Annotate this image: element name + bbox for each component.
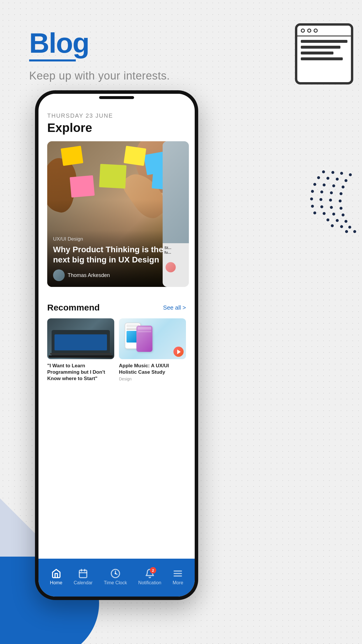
svg-point-0 — [349, 173, 352, 176]
recommend-card-image-1 — [47, 318, 114, 359]
notification-icon: 2 — [145, 568, 155, 579]
nav-item-home[interactable]: Home — [50, 568, 62, 585]
page-header: Blog Keep up with your interests. — [29, 29, 170, 82]
nav-item-notification[interactable]: 2 Notification — [138, 568, 161, 585]
nav-item-time-clock[interactable]: Time Clock — [104, 568, 127, 585]
featured-card-title: Why Product Thinking is the next big thi… — [53, 244, 180, 265]
svg-point-18 — [340, 225, 343, 228]
recommend-card-category-2: Design — [119, 377, 186, 381]
nav-label-more: More — [173, 580, 183, 585]
recommend-section: Recommend See all > "I Want to Learn Pro… — [47, 303, 186, 382]
see-all-link[interactable]: See all > — [163, 304, 186, 311]
browser-app-icon — [295, 23, 353, 84]
nav-item-more[interactable]: More — [173, 568, 183, 585]
calendar-icon — [78, 568, 88, 579]
svg-point-34 — [311, 205, 314, 208]
svg-point-19 — [345, 230, 348, 233]
svg-point-15 — [330, 206, 333, 209]
nav-label-home: Home — [50, 580, 62, 585]
author-avatar — [53, 269, 65, 281]
phone-mockup: THURSDAY 23 JUNE Explore — [35, 90, 198, 600]
second-card-avatar — [166, 262, 176, 272]
svg-point-32 — [311, 190, 314, 193]
svg-point-24 — [319, 198, 322, 201]
nav-label-calendar: Calendar — [74, 580, 93, 585]
recommend-title: Recommend — [47, 303, 100, 313]
recommend-card-image-2 — [119, 318, 186, 359]
recommend-card-title-2: Apple Music: A UX/UI Holistic Case Study — [119, 363, 186, 375]
svg-point-33 — [310, 197, 313, 200]
featured-card-footer: Thomas Arkesden 22 — [53, 269, 180, 281]
svg-point-25 — [320, 205, 323, 208]
svg-point-26 — [323, 212, 326, 215]
page-subtitle: Keep up with your interests. — [29, 70, 170, 82]
svg-point-3 — [340, 192, 342, 195]
svg-point-5 — [340, 207, 342, 210]
bg-dots-decoration — [292, 160, 356, 277]
title-underline — [29, 59, 76, 61]
author-name: Thomas Arkesden — [68, 272, 110, 278]
nav-item-calendar[interactable]: Calendar — [74, 568, 93, 585]
svg-point-28 — [331, 224, 334, 227]
screen-date: THURSDAY 23 JUNE — [47, 112, 186, 119]
second-card-title: St...fu... — [164, 246, 187, 255]
second-card-preview[interactable]: St...fu... — [163, 141, 189, 287]
screen-content: THURSDAY 23 JUNE Explore — [38, 105, 195, 559]
recommend-card-title-1: "I Want to Learn Programming but I Don't… — [47, 363, 114, 382]
svg-point-11 — [336, 178, 339, 181]
nav-label-time-clock: Time Clock — [104, 580, 127, 585]
svg-point-12 — [332, 184, 335, 187]
svg-point-30 — [317, 176, 320, 179]
nav-label-notification: Notification — [138, 580, 161, 585]
featured-card-category: UX/UI Design — [53, 236, 180, 242]
notch-bar — [99, 96, 134, 99]
bottom-nav: Home Calendar — [38, 559, 195, 597]
svg-point-29 — [322, 170, 325, 173]
svg-point-31 — [313, 183, 316, 186]
svg-point-10 — [340, 172, 343, 175]
svg-point-21 — [326, 177, 329, 180]
recommend-card-1[interactable]: "I Want to Learn Programming but I Don't… — [47, 318, 114, 382]
screen-heading: Explore — [47, 121, 186, 135]
svg-point-17 — [336, 219, 339, 222]
recommend-cards: "I Want to Learn Programming but I Don't… — [47, 318, 186, 382]
svg-point-22 — [323, 184, 326, 186]
time-clock-icon — [110, 568, 121, 579]
phone-notch — [38, 94, 195, 105]
svg-point-2 — [342, 186, 345, 188]
svg-point-7 — [345, 220, 347, 223]
svg-point-16 — [332, 213, 335, 216]
svg-point-20 — [331, 171, 334, 174]
svg-point-9 — [353, 230, 356, 233]
phone-screen: THURSDAY 23 JUNE Explore — [38, 94, 195, 597]
svg-point-35 — [313, 211, 316, 214]
notification-badge: 2 — [150, 567, 156, 574]
svg-point-13 — [330, 191, 333, 194]
svg-point-1 — [345, 179, 347, 182]
recommend-card-2[interactable]: Apple Music: A UX/UI Holistic Case Study… — [119, 318, 186, 382]
svg-point-27 — [326, 218, 329, 221]
recommend-header: Recommend See all > — [47, 303, 186, 313]
page-title: Blog — [29, 29, 170, 57]
more-icon — [173, 568, 183, 579]
svg-point-4 — [339, 200, 342, 202]
author-info: Thomas Arkesden — [53, 269, 110, 281]
home-icon — [51, 568, 61, 579]
svg-point-14 — [329, 199, 332, 202]
svg-rect-36 — [79, 570, 87, 578]
svg-point-23 — [320, 190, 323, 193]
second-card-text: St...fu... — [163, 243, 189, 257]
phone-mini-mockup-2 — [136, 326, 152, 352]
second-card-image — [163, 141, 189, 243]
svg-point-8 — [348, 226, 351, 229]
svg-point-6 — [342, 214, 345, 216]
